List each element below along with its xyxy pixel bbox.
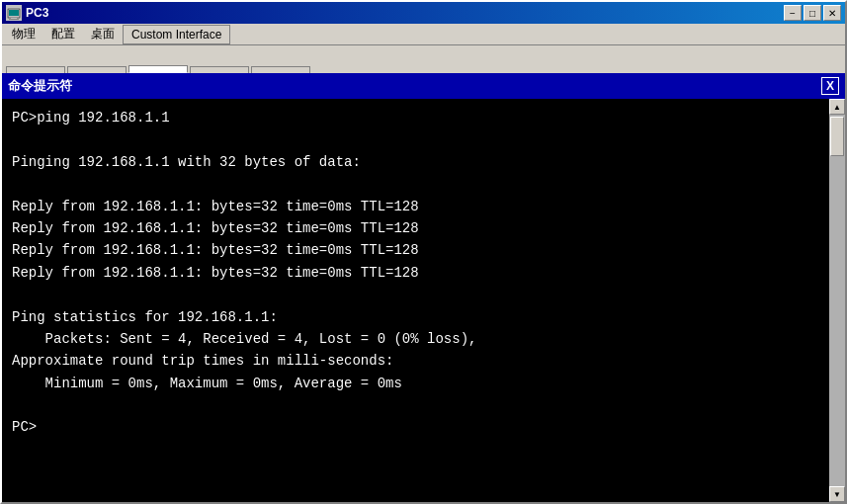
title-bar-left: PC3 [6,5,48,21]
scrollbar-thumb[interactable] [830,117,844,156]
scrollbar-down-button[interactable]: ▼ [829,486,845,502]
window-title: PC3 [26,6,48,20]
close-button[interactable]: ✕ [823,5,841,21]
scrollbar-up-button[interactable]: ▲ [829,99,845,115]
menu-item-zhuomian[interactable]: 桌面 [83,24,123,44]
terminal-title: 命令提示符 [8,77,72,95]
tab-4[interactable] [190,66,249,73]
title-bar: PC3 − □ ✕ [2,2,845,24]
menu-bar: 物理 配置 桌面 Custom Interface [2,24,845,45]
tab-5[interactable] [251,66,310,73]
tab-3[interactable] [128,65,188,73]
scrollbar: ▲ ▼ [829,99,845,502]
svg-rect-3 [9,19,19,20]
tabs-area [2,45,845,73]
terminal-output: PC>ping 192.168.1.1 Pinging 192.168.1.1 … [12,107,819,439]
scrollbar-track[interactable] [829,115,845,486]
title-bar-controls: − □ ✕ [784,5,841,21]
menu-item-custom-interface[interactable]: Custom Interface [123,25,230,44]
maximize-button[interactable]: □ [804,5,821,21]
terminal-body[interactable]: PC>ping 192.168.1.1 Pinging 192.168.1.1 … [2,99,829,502]
minimize-button[interactable]: − [784,5,802,21]
terminal-container: PC>ping 192.168.1.1 Pinging 192.168.1.1 … [2,99,845,502]
menu-item-wuli[interactable]: 物理 [4,24,43,44]
terminal-header: 命令提示符 X [2,73,845,99]
svg-rect-1 [9,10,19,16]
main-window: PC3 − □ ✕ 物理 配置 桌面 Custom Interface 命令提示… [0,0,847,504]
terminal-close-button[interactable]: X [821,77,839,95]
tab-2[interactable] [67,66,127,73]
svg-rect-2 [11,18,17,19]
tab-1[interactable] [6,66,65,73]
window-icon [6,5,22,21]
menu-item-peizhi[interactable]: 配置 [43,24,83,44]
